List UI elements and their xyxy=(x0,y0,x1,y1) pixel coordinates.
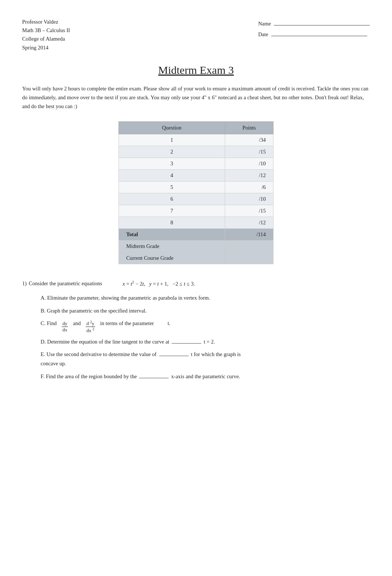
q1-part-a: A. Eliminate the parameter, showing the … xyxy=(41,293,370,303)
intro-paragraph: You will only have 2 hours to complete t… xyxy=(22,84,370,111)
name-label: Name xyxy=(258,18,271,29)
table-header-points: Points xyxy=(225,121,273,134)
c-suffix: in terms of the parameter xyxy=(100,319,154,328)
header: Professor Valdez Math 3B – Calculus II C… xyxy=(22,18,370,52)
q1-number: 1) xyxy=(22,279,27,288)
date-field-row: Date xyxy=(258,29,370,40)
table-header-question: Question xyxy=(119,121,225,134)
name-field-row: Name xyxy=(258,18,370,29)
question-1-main: 1) Consider the parametric equations x =… xyxy=(22,279,370,288)
q1-part-e: E. Use the second derivative to determin… xyxy=(41,350,370,368)
table-row: 5/6 xyxy=(119,181,274,193)
grade-table-wrapper: Question Points 1/342/153/104/125/66/107… xyxy=(22,121,370,264)
midterm-grade-row: Midterm Grade xyxy=(119,240,274,252)
q1-text: Consider the parametric equations xyxy=(29,279,102,288)
q1-part-d: D. Determine the equation of the line ta… xyxy=(41,337,370,346)
table-row: 4/12 xyxy=(119,169,274,181)
d2y-denominator: dx 2 xyxy=(86,327,95,334)
semester: Spring 2014 xyxy=(22,44,70,52)
table-row: 7/15 xyxy=(119,205,274,217)
q1-part-f: F. Find the area of the region bounded b… xyxy=(41,372,370,381)
total-row: Total/114 xyxy=(119,228,274,240)
institution-name: College of Alameda xyxy=(22,35,70,43)
q1-part-c: C. Find dy dx and d 2y dx 2 in terms of … xyxy=(41,319,370,334)
q1-part-b: B. Graph the parametric on the specified… xyxy=(41,306,370,315)
table-row: 1/34 xyxy=(119,134,274,146)
c-t: t. xyxy=(168,319,171,328)
dy-numerator: dy xyxy=(62,321,68,327)
table-row: 8/12 xyxy=(119,217,274,228)
table-row: 3/10 xyxy=(119,158,274,169)
professor-name: Professor Valdez xyxy=(22,18,70,26)
name-line[interactable] xyxy=(274,25,370,25)
table-row: 2/15 xyxy=(119,146,274,158)
date-label: Date xyxy=(258,29,268,40)
questions-section: 1) Consider the parametric equations x =… xyxy=(22,279,370,381)
header-right: Name Date xyxy=(258,18,370,52)
c-prefix: C. Find xyxy=(41,319,57,328)
grade-table: Question Points 1/342/153/104/125/66/107… xyxy=(118,121,274,264)
q1-equation: x = t2 − 2t, y = t + 1, −2 ≤ t ≤ 3. xyxy=(123,279,195,288)
header-left: Professor Valdez Math 3B – Calculus II C… xyxy=(22,18,70,52)
f-blank xyxy=(139,378,169,378)
course-name: Math 3B – Calculus II xyxy=(22,26,70,35)
fraction-dy-dx: dy dx xyxy=(62,321,68,332)
dy-denominator: dx xyxy=(62,327,68,333)
table-row: 6/10 xyxy=(119,193,274,205)
e-blank xyxy=(159,356,189,356)
d-blank xyxy=(172,343,201,344)
page-title: Midterm Exam 3 xyxy=(22,64,370,76)
fraction-d2y-dx2: d 2y dx 2 xyxy=(86,320,95,334)
date-line[interactable] xyxy=(271,36,367,36)
c-and: and xyxy=(73,319,81,328)
course-grade-row: Current Course Grade xyxy=(119,252,274,264)
d2y-numerator: d 2y xyxy=(86,320,95,327)
